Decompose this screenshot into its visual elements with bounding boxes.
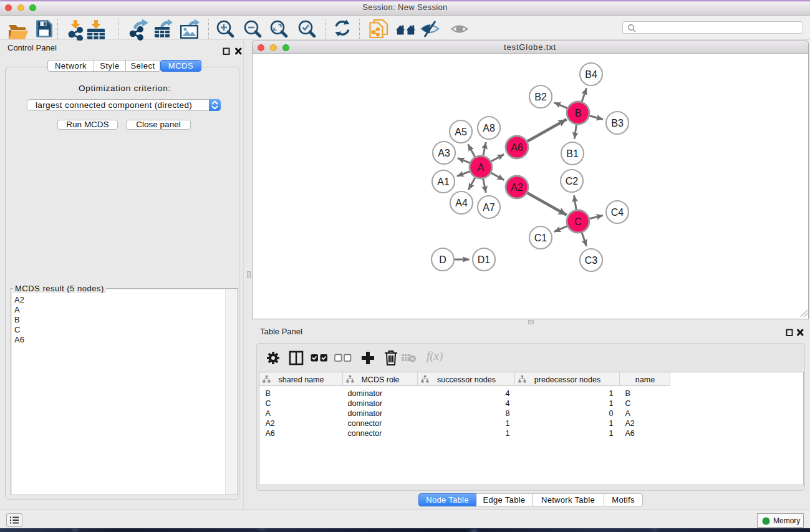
- svg-text:C1: C1: [534, 233, 547, 243]
- svg-text:C: C: [574, 216, 582, 227]
- svg-text:B4: B4: [585, 69, 597, 80]
- svg-text:B: B: [574, 108, 581, 118]
- svg-text:A6: A6: [511, 142, 523, 153]
- svg-text:D1: D1: [477, 254, 490, 265]
- svg-text:A1: A1: [437, 177, 450, 187]
- svg-text:A4: A4: [455, 198, 468, 208]
- svg-text:C4: C4: [610, 207, 624, 218]
- svg-text:A5: A5: [455, 127, 467, 137]
- svg-text:A3: A3: [438, 148, 450, 158]
- svg-text:A8: A8: [483, 123, 495, 133]
- svg-text:A7: A7: [483, 202, 495, 213]
- svg-text:D: D: [439, 254, 446, 265]
- svg-text:A2: A2: [511, 182, 523, 193]
- svg-text:B3: B3: [611, 118, 624, 128]
- svg-text:A: A: [477, 162, 484, 173]
- svg-text:B2: B2: [534, 92, 547, 102]
- svg-text:C3: C3: [584, 255, 597, 266]
- svg-text:B1: B1: [566, 148, 579, 159]
- svg-text:C2: C2: [565, 176, 578, 186]
